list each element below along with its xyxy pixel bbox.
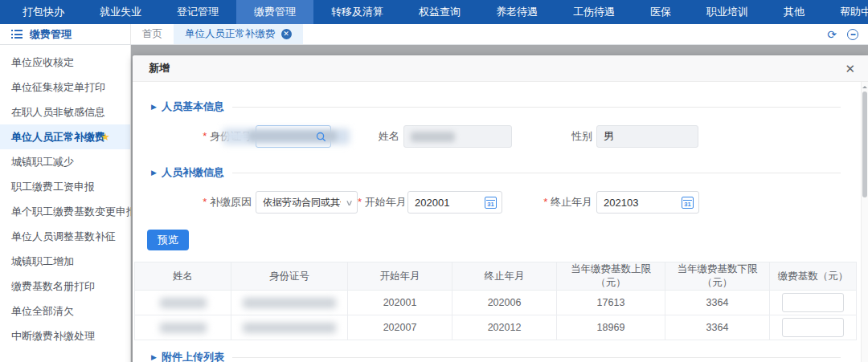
base-amount-input[interactable] — [782, 318, 844, 337]
cell-start: 202001 — [348, 291, 452, 315]
nav-item-other[interactable]: 其他 — [766, 0, 822, 24]
sidebar-item[interactable]: 单位应收核定 — [0, 50, 130, 75]
sidebar-item[interactable]: 单位全部清欠 — [0, 299, 130, 323]
sidebar-item[interactable]: 中断缴费补缴处理 — [0, 323, 130, 348]
col-base: 缴费基数（元） — [770, 262, 857, 291]
sidebar-item[interactable]: 缴费基数名册打印 — [0, 274, 130, 299]
redacted-name — [160, 298, 207, 308]
sidebar-item[interactable]: 在职人员非敏感信息 — [0, 100, 130, 124]
col-name: 姓名 — [135, 262, 231, 291]
base-amount-input[interactable] — [782, 293, 844, 312]
scrollbar-thumb[interactable] — [862, 92, 867, 197]
reason-value: 依据劳动合同或其他劳动 — [263, 196, 341, 209]
col-start: 开始年月 — [348, 262, 452, 291]
gender-label: 性别 — [512, 129, 592, 144]
sidebar-item-active[interactable]: 单位人员正常补缴费 ★ — [0, 124, 130, 149]
sidebar-item[interactable]: 职工缴费工资申报 — [0, 174, 130, 199]
nav-item-pension[interactable]: 养老待遇 — [478, 0, 555, 24]
cell-name — [135, 291, 231, 315]
section-basic-info[interactable]: ▶ 人员基本信息 — [151, 100, 841, 114]
nav-item-transfer[interactable]: 转移及清算 — [313, 0, 401, 24]
scrollbar-up-arrow[interactable] — [862, 83, 867, 88]
name-input — [403, 125, 512, 148]
app-window: 打包快办 就业失业 登记管理 缴费管理 转移及清算 权益查询 养老待遇 工伤待遇… — [0, 0, 868, 362]
table-header-row: 姓名 身份证号 开始年月 终止年月 当年缴费基数上限（元） 当年缴费基数下限（元… — [135, 262, 857, 291]
table-row: 202007 202012 18969 3364 — [135, 315, 857, 340]
modal-title: 新增 — [149, 61, 170, 75]
cell-id — [231, 315, 348, 340]
sub-bar: 缴费管理 首页 单位人员正常补缴费 ✕ ⟳ ••• — [0, 24, 868, 45]
preview-button[interactable]: 预览 — [147, 230, 189, 250]
modal-header: 新增 ✕ — [133, 55, 868, 82]
start-month-label: 开始年月 — [358, 195, 403, 209]
section-arrow-icon: ▶ — [151, 169, 157, 177]
nav-item-training[interactable]: 职业培训 — [689, 0, 766, 24]
sidebar-menu: 单位应收核定 单位征集核定单打印 在职人员非敏感信息 单位人员正常补缴费 ★ 城… — [0, 45, 131, 362]
nav-item-payment-active[interactable]: 缴费管理 — [236, 0, 313, 24]
start-month-input[interactable]: 202001 — [407, 191, 502, 214]
search-icon[interactable] — [316, 132, 326, 142]
sidebar-item[interactable]: 城镇职工增加 — [0, 249, 130, 274]
new-record-modal: 新增 ✕ ▶ 人员基本信息 身份证号 — [133, 55, 868, 362]
section-supplement-info[interactable]: ▶ 人员补缴信息 — [151, 165, 841, 180]
cell-base — [770, 291, 857, 315]
cell-lower: 3364 — [665, 291, 770, 315]
menu-list-icon[interactable] — [11, 30, 23, 39]
redacted-id — [243, 298, 336, 308]
cell-upper: 18969 — [557, 315, 665, 340]
sidebar-item[interactable]: 单位征集核定单打印 — [0, 75, 130, 100]
section-arrow-icon: ▶ — [151, 353, 157, 361]
nav-item-package[interactable]: 打包快办 — [5, 0, 82, 24]
tab-label: 单位人员正常补缴费 — [185, 27, 276, 41]
tab-supplement-payment[interactable]: 单位人员正常补缴费 ✕ — [174, 24, 303, 44]
cell-id — [231, 291, 348, 315]
modal-close-icon[interactable]: ✕ — [845, 63, 855, 75]
section-attachments[interactable]: ▶ 附件上传列表 — [151, 350, 841, 362]
col-upper: 当年缴费基数上限（元） — [557, 262, 665, 291]
section-title: 人员基本信息 — [162, 100, 224, 114]
calendar-icon[interactable] — [485, 197, 497, 209]
sidebar-title: 缴费管理 — [30, 27, 72, 42]
sidebar-item[interactable]: 城镇职工减少 — [0, 149, 130, 174]
section-title: 人员补缴信息 — [162, 165, 224, 180]
supplement-table: 姓名 身份证号 开始年月 终止年月 当年缴费基数上限（元） 当年缴费基数下限（元… — [134, 262, 857, 340]
cell-name — [135, 315, 231, 340]
calendar-icon[interactable] — [682, 197, 694, 209]
sidebar-item[interactable]: 单个职工缴费基数变更申报 — [0, 199, 130, 224]
end-month-label: 终止年月 — [502, 195, 592, 209]
col-id: 身份证号 — [231, 262, 348, 291]
favorite-star-icon[interactable]: ★ — [100, 131, 110, 143]
reason-select[interactable]: 依据劳动合同或其他劳动 ∨ — [256, 191, 358, 214]
refresh-icon[interactable]: ⟳ — [827, 29, 837, 40]
cell-start: 202007 — [348, 315, 452, 340]
more-options-icon[interactable]: ••• — [847, 29, 858, 40]
dimmed-backdrop: 新增 ✕ ▶ 人员基本信息 身份证号 — [131, 45, 868, 362]
chevron-down-icon: ∨ — [345, 198, 353, 207]
redacted-name-value — [411, 132, 455, 142]
redacted-id — [243, 323, 336, 333]
gender-input: 男 — [596, 125, 698, 148]
nav-item-rights-query[interactable]: 权益查询 — [401, 0, 478, 24]
col-end: 终止年月 — [452, 262, 557, 291]
id-number-input[interactable] — [256, 125, 331, 148]
cell-end: 202006 — [452, 291, 557, 315]
reason-label: 补缴原因 — [149, 195, 252, 209]
sidebar-header: 缴费管理 — [0, 24, 131, 44]
redacted-name — [160, 323, 207, 333]
cell-base — [770, 315, 857, 340]
basic-info-row: 身份证号 姓名 性别 — [149, 125, 860, 148]
cell-end: 202012 — [452, 315, 557, 340]
nav-item-help[interactable]: 帮助中心 — [822, 0, 868, 24]
tab-home[interactable]: 首页 — [131, 24, 174, 44]
nav-item-medical[interactable]: 医保 — [633, 0, 689, 24]
sidebar-item-label: 单位人员正常补缴费 — [11, 130, 105, 144]
tab-close-icon[interactable]: ✕ — [281, 29, 292, 39]
nav-item-employment[interactable]: 就业失业 — [82, 0, 159, 24]
end-month-input[interactable]: 202103 — [596, 191, 699, 214]
end-month-value: 202103 — [604, 197, 638, 209]
section-title: 附件上传列表 — [162, 350, 224, 362]
section-arrow-icon: ▶ — [151, 103, 157, 111]
nav-item-injury[interactable]: 工伤待遇 — [555, 0, 633, 24]
sidebar-item[interactable]: 单位人员调整基数补征 — [0, 224, 130, 249]
nav-item-registration[interactable]: 登记管理 — [159, 0, 236, 24]
